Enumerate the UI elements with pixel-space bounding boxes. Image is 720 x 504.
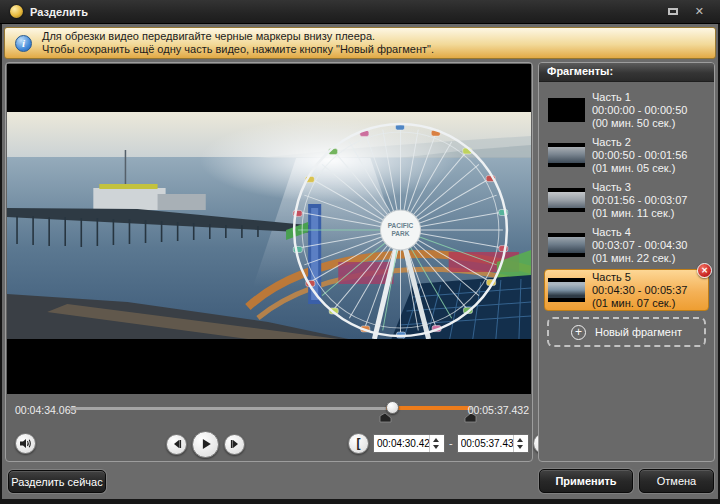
play-icon	[200, 438, 212, 450]
current-time-label: 00:04:34.065	[15, 404, 76, 416]
fragment-item-1[interactable]: Часть 1 00:00:00 - 00:00:50 (00 мин. 50 …	[544, 89, 709, 131]
fragment-title: Часть 2	[592, 136, 687, 149]
total-time-label: 00:05:37.432	[468, 404, 529, 416]
wheel-hub-text-1: PACIFIC	[388, 222, 414, 229]
fragment-duration: (01 мин. 05 сек.)	[592, 162, 687, 175]
fragment-duration: (01 мин. 07 сек.)	[592, 297, 687, 310]
delete-fragment-button[interactable]: ✕	[697, 263, 712, 278]
wheel-hub-text-2: PARK	[392, 230, 410, 237]
fragment-thumbnail	[548, 188, 585, 212]
playhead-handle[interactable]	[386, 401, 399, 414]
volume-button[interactable]	[15, 433, 36, 454]
trim-start-field	[373, 434, 445, 453]
video-area[interactable]: PACIFIC PARK	[7, 64, 531, 394]
plus-icon: +	[571, 325, 586, 340]
trim-start-input[interactable]	[374, 438, 429, 449]
trim-start-marker[interactable]	[379, 413, 393, 423]
fragment-title: Часть 1	[592, 91, 687, 104]
fragment-thumbnail	[548, 98, 585, 122]
fragment-range: 00:00:00 - 00:00:50	[592, 104, 687, 117]
trim-end-input[interactable]	[458, 438, 513, 449]
minimize-icon	[668, 8, 678, 15]
fragment-range: 00:01:56 - 00:03:07	[592, 194, 687, 207]
fragment-item-2[interactable]: Часть 2 00:00:50 - 00:01:56 (01 мин. 05 …	[544, 134, 709, 176]
player-panel: PACIFIC PARK 00:04:34.065 00:05:37.432	[5, 62, 533, 462]
fragment-thumbnail	[548, 233, 585, 257]
prev-frame-icon	[172, 439, 182, 449]
fragment-range: 00:04:30 - 00:05:37	[592, 284, 687, 297]
next-frame-button[interactable]	[224, 434, 245, 455]
speaker-icon	[20, 438, 32, 449]
close-button[interactable]: ✕	[695, 6, 704, 17]
trim-end-field	[457, 434, 529, 453]
set-start-button[interactable]: [	[348, 433, 369, 454]
fragment-duration: (01 мин. 11 сек.)	[592, 207, 687, 220]
fragment-range: 00:00:50 - 00:01:56	[592, 149, 687, 162]
apply-button[interactable]: Применить	[539, 469, 633, 493]
next-frame-icon	[230, 439, 240, 449]
range-dash: -	[449, 437, 453, 449]
minimize-button[interactable]	[668, 8, 678, 15]
fragment-item-5-selected[interactable]: Часть 5 00:04:30 - 00:05:37 (01 мин. 07 …	[544, 269, 709, 311]
timeline-track[interactable]	[70, 397, 472, 423]
info-icon: i	[15, 35, 32, 52]
split-now-button[interactable]: Разделить сейчас	[8, 470, 106, 493]
window-title: Разделить	[30, 6, 88, 18]
info-banner: i Для обрезки видео передвигайте черные …	[4, 27, 716, 59]
fragment-title: Часть 3	[592, 181, 687, 194]
fragment-title: Часть 4	[592, 226, 687, 239]
fragments-panel: Фрагменты: Часть 1 00:00:00 - 00:00:50 (…	[538, 62, 715, 462]
cancel-button[interactable]: Отмена	[639, 469, 714, 493]
trim-end-spinner[interactable]	[513, 435, 526, 452]
titlebar[interactable]: Разделить ✕	[0, 0, 720, 24]
prev-frame-button[interactable]	[166, 434, 187, 455]
fragment-duration: (01 мин. 22 сек.)	[592, 252, 687, 265]
new-fragment-button[interactable]: + Новый фрагмент	[547, 317, 706, 347]
split-dialog: Разделить ✕ i Для обрезки видео передвиг…	[0, 0, 720, 504]
banner-line1: Для обрезки видео передвигайте черные ма…	[42, 30, 434, 44]
fragment-thumbnail	[548, 278, 585, 302]
fragments-header: Фрагменты:	[539, 63, 714, 82]
delete-icon: ✕	[701, 266, 708, 275]
video-frame: PACIFIC PARK	[7, 112, 531, 339]
fragment-duration: (00 мин. 50 сек.)	[592, 117, 687, 130]
app-icon	[10, 5, 23, 18]
fragment-title: Часть 5	[592, 271, 687, 284]
fragment-thumbnail	[548, 143, 585, 167]
fragment-range: 00:03:07 - 00:04:30	[592, 239, 687, 252]
banner-line2: Чтобы сохранить ещё одну часть видео, на…	[42, 43, 434, 57]
fragment-item-3[interactable]: Часть 3 00:01:56 - 00:03:07 (01 мин. 11 …	[544, 179, 709, 221]
trim-start-spinner[interactable]	[429, 435, 442, 452]
fragments-list: Часть 1 00:00:00 - 00:00:50 (00 мин. 50 …	[539, 82, 714, 347]
new-fragment-label: Новый фрагмент	[595, 326, 682, 338]
fragment-item-4[interactable]: Часть 4 00:03:07 - 00:04:30 (01 мин. 22 …	[544, 224, 709, 266]
play-button[interactable]	[192, 431, 219, 458]
